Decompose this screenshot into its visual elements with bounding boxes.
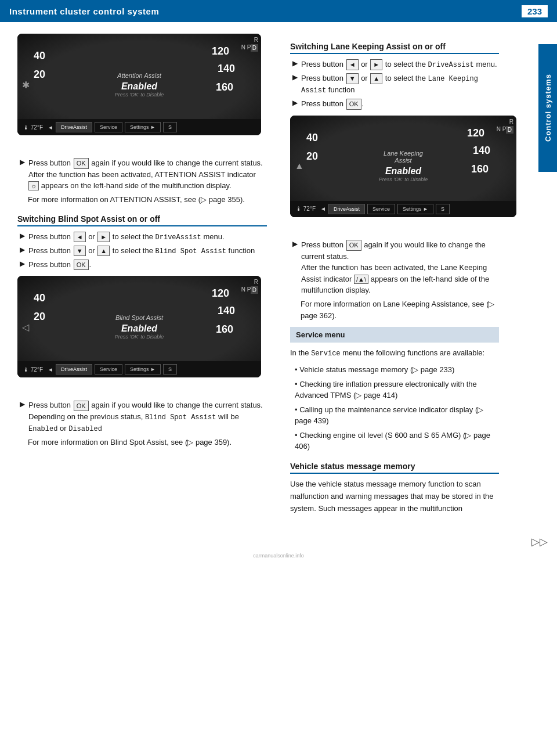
speed2-140: 140 xyxy=(218,305,235,317)
service3-btn: Service xyxy=(367,204,395,214)
cluster-gear2-d: D xyxy=(251,286,258,294)
bullet-ok-5: ▶ Press button OK again if you would lik… xyxy=(292,239,499,296)
cluster-image-2: ◁ 40 20 Blind Spot Assist Enabled Press … xyxy=(17,276,261,377)
bullet-arrow-5: ▶ xyxy=(292,240,298,248)
bullet-arrow-b2: ▶ xyxy=(20,246,25,254)
left-column: ✱ 40 20 Attention Assist Enabled Press '… xyxy=(0,22,278,531)
cluster-image-1: ✱ 40 20 Attention Assist Enabled Press '… xyxy=(17,34,261,135)
cluster-subtitle-2: Press 'OK' to Disable xyxy=(93,334,186,340)
arrow2-left: ◄ xyxy=(48,366,53,373)
speed3-20: 20 xyxy=(306,150,318,163)
service-mono: Service xyxy=(311,350,340,358)
bullet-ok-1: ▶ Press button OK again if you would lik… xyxy=(20,157,267,192)
page-header: Instrument cluster control system 233 xyxy=(0,0,557,22)
cluster-title-3: Lane KeepingAssist xyxy=(357,150,450,164)
cluster-left-icon-2: ◁ xyxy=(22,321,29,332)
para4-text: For more information on Blind Spot Assis… xyxy=(28,437,267,449)
bullet-text-3: Press button OK again if you would like … xyxy=(28,399,267,434)
up-btn-l2: ▲ xyxy=(370,73,382,84)
speed2-40: 40 xyxy=(34,292,45,304)
speed-140: 140 xyxy=(218,63,235,75)
blind-spot-mono: Blind Spot Assist xyxy=(155,247,226,255)
speed3-40: 40 xyxy=(306,132,318,144)
bullet-text-l1: Press button ◄ or ► to select the DriveA… xyxy=(301,59,497,70)
service-intro-text: In the Service menu the following functi… xyxy=(290,347,499,359)
driveassist-mono-b1: DriveAssist xyxy=(155,233,201,242)
speed3-160: 160 xyxy=(471,163,489,175)
cluster-gear3-d: D xyxy=(506,126,513,134)
cluster-image-3: ▲ 40 20 Lane KeepingAssist Enabled Press… xyxy=(290,116,516,217)
cluster-bottom-bar-1: 🌡 72°F ◄ DriveAssist Service Settings ► … xyxy=(17,119,261,135)
bullet-arrow-b1: ▶ xyxy=(20,232,25,240)
blind-spot-mono2: Blind Spot Assist xyxy=(145,413,216,422)
speed-120: 120 xyxy=(212,45,229,57)
cluster-title-1: Attention Assist xyxy=(93,72,186,79)
cluster-bottom-bar-2: 🌡 72°F ◄ DriveAssist Service Settings ► … xyxy=(17,361,261,377)
content-wrapper: ✱ 40 20 Attention Assist Enabled Press '… xyxy=(0,22,557,531)
bullet-arrow-l1: ▶ xyxy=(292,59,298,67)
right-column: Switching Lane Keeping Assist on or off … xyxy=(278,22,545,531)
left-btn-b1: ◄ xyxy=(74,232,86,243)
cluster-gear-r: R xyxy=(254,37,258,43)
bullet-arrow-b3: ▶ xyxy=(20,260,25,268)
right-btn-l1: ► xyxy=(370,59,382,70)
ok-btn-1: OK xyxy=(74,158,89,169)
bullet-text-l2: Press button ▼ or ▲ to select the Lane K… xyxy=(301,73,499,96)
cluster-subtitle-1: Press 'OK' to Disable xyxy=(93,92,186,98)
para6-text: For more information on Lane Keeping Ass… xyxy=(301,298,499,323)
up-btn-b2: ▲ xyxy=(97,246,110,257)
vehicle-status-heading: Vehicle status message memory xyxy=(290,462,499,474)
speed2-120: 120 xyxy=(212,287,229,300)
vehicle-status-text: Use the vehicle status message memory fu… xyxy=(290,478,499,514)
cluster-value-3: Enabled xyxy=(357,166,450,177)
speed3-140: 140 xyxy=(473,145,490,157)
bullet-arrow-l2: ▶ xyxy=(292,73,298,81)
bullet-text-5: Press button OK again if you would like … xyxy=(301,239,499,296)
nav-symbol: ▷▷ xyxy=(531,535,548,548)
driveassist2-btn: DriveAssist xyxy=(56,364,92,375)
blind-bullet-3: ▶ Press button OK. xyxy=(20,259,267,271)
speed-20: 20 xyxy=(34,69,45,81)
arrow3-left: ◄ xyxy=(320,206,326,212)
driveassist-btn: DriveAssist xyxy=(56,122,92,132)
service-item-3: Calling up the maintenance service indic… xyxy=(295,404,499,427)
service2-btn: Service xyxy=(95,364,122,375)
cluster-left-icon-3: ▲ xyxy=(295,161,304,171)
lane-bullet-1: ▶ Press button ◄ or ► to select the Driv… xyxy=(292,59,499,70)
cluster-bottom-bar-3: 🌡 72°F ◄ DriveAssist Service Settings ► … xyxy=(290,201,516,217)
driveassist-mono-l1: DriveAssist xyxy=(428,61,474,69)
cluster-subtitle-3: Press 'OK' to Disable xyxy=(357,177,450,182)
ok-btn-3: OK xyxy=(74,401,89,412)
speed-160: 160 xyxy=(216,81,233,93)
cluster-center-1: Attention Assist Enabled Press 'OK' to D… xyxy=(93,72,186,98)
down-btn-l2: ▼ xyxy=(346,73,359,84)
lane-indicator-icon: /▲\ xyxy=(354,275,368,284)
cluster-center-3: Lane KeepingAssist Enabled Press 'OK' to… xyxy=(357,150,450,182)
bullet-text-b2: Press button ▼ or ▲ to select the Blind … xyxy=(28,245,255,257)
service-menu-box: Service menu xyxy=(290,327,499,343)
service-item-4: Checking engine oil level (S 600 and S 6… xyxy=(295,430,499,452)
cluster-value-2: Enabled xyxy=(93,323,186,334)
speed2-160: 160 xyxy=(216,323,233,336)
bullet-arrow-3: ▶ xyxy=(20,400,25,408)
ok-btn-b3: OK xyxy=(74,260,89,271)
enabled-mono: Enabled xyxy=(28,425,57,433)
bullet-text-l3: Press button OK. xyxy=(301,98,364,110)
cluster-title-2: Blind Spot Assist xyxy=(93,314,186,321)
lane-keeping-heading: Switching Lane Keeping Assist on or off xyxy=(290,42,499,54)
ok-btn-5: OK xyxy=(346,240,361,251)
lane-bullet-2: ▶ Press button ▼ or ▲ to select the Lane… xyxy=(292,73,499,96)
bullet-text-b3: Press button OK. xyxy=(28,259,91,271)
blind-bullet-2: ▶ Press button ▼ or ▲ to select the Blin… xyxy=(20,245,267,257)
blind-spot-heading: Switching Blind Spot Assist on or off xyxy=(17,214,267,226)
speed-40: 40 xyxy=(34,50,45,62)
s2-btn: S xyxy=(163,364,177,375)
cluster-gear2-r: R xyxy=(254,279,258,285)
bullet-arrow-1: ▶ xyxy=(20,158,25,166)
speed3-120: 120 xyxy=(467,127,484,139)
bullet-ok-3: ▶ Press button OK again if you would lik… xyxy=(20,399,267,434)
para2-text: For more information on ATTENTION ASSIST… xyxy=(28,194,267,206)
temp-display: 🌡 72°F xyxy=(23,124,43,131)
settings2-btn: Settings ► xyxy=(125,364,161,375)
settings-btn: Settings ► xyxy=(125,122,161,132)
